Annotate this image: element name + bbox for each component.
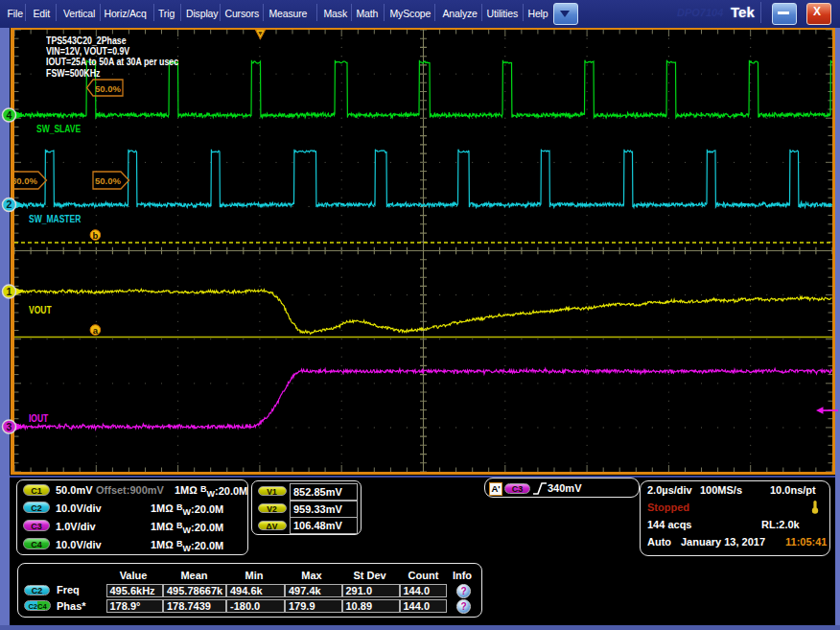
- svg-text:50.0%: 50.0%: [14, 175, 37, 186]
- svg-text:50.0%: 50.0%: [95, 175, 121, 186]
- svg-text:a: a: [93, 325, 99, 336]
- svg-text:50.0%: 50.0%: [95, 83, 121, 94]
- svg-text:b: b: [92, 230, 98, 241]
